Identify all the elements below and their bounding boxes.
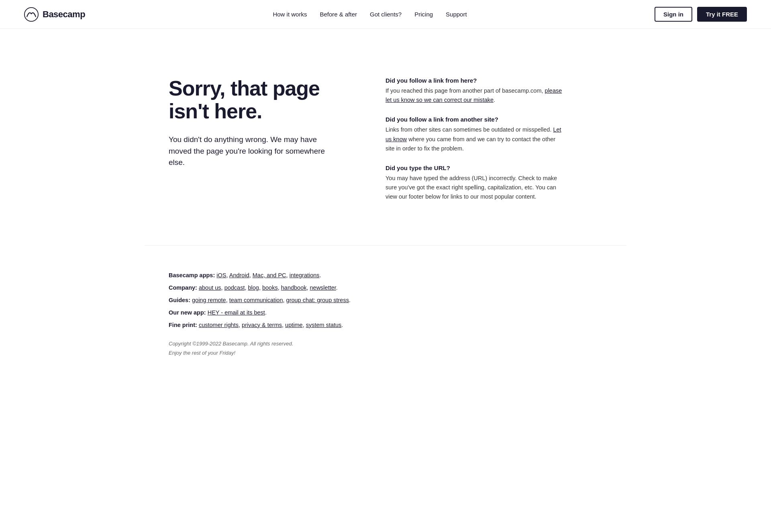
nav-how-it-works[interactable]: How it works: [273, 11, 307, 18]
faq-question-1: Did you follow a link from here?: [386, 77, 562, 84]
main-nav: How it works Before & after Got clients?…: [273, 11, 467, 18]
copyright-line: Copyright ©1999-2022 Basecamp. All right…: [169, 339, 602, 348]
footer-link-android[interactable]: Android: [229, 272, 249, 278]
footer-link-books[interactable]: books: [262, 284, 278, 291]
footer-link-uptime[interactable]: uptime: [285, 322, 303, 328]
signin-button[interactable]: Sign in: [655, 7, 692, 22]
footer-link-podcast[interactable]: podcast: [224, 284, 245, 291]
try-free-button[interactable]: Try it FREE: [697, 7, 747, 22]
faq-answer-2-after: where you came from and we can try to co…: [386, 136, 555, 152]
footer-copyright: Copyright ©1999-2022 Basecamp. All right…: [169, 339, 602, 358]
footer-link-blog[interactable]: blog: [248, 284, 259, 291]
footer-link-integrations[interactable]: integrations: [290, 272, 320, 278]
footer-link-newsletter[interactable]: newsletter: [310, 284, 336, 291]
footer-company-row: Company: about us, podcast, blog, books,…: [169, 282, 602, 294]
logo[interactable]: Basecamp: [24, 7, 85, 22]
footer-guides-row: Guides: going remote, team communication…: [169, 294, 602, 306]
nav-pricing[interactable]: Pricing: [414, 11, 433, 18]
footer-link-handbook[interactable]: handbook: [281, 284, 307, 291]
footer-guides-label: Guides:: [169, 297, 190, 303]
footer-link-customer-rights[interactable]: customer rights: [199, 322, 239, 328]
faq-question-3: Did you type the URL?: [386, 164, 562, 171]
faq-answer-2-before: Links from other sites can sometimes be …: [386, 126, 553, 133]
faq-item-3: Did you type the URL? You may have typed…: [386, 164, 562, 202]
footer-apps-row: Basecamp apps: iOS, Android, Mac, and PC…: [169, 270, 602, 281]
footer-fineprint-label: Fine print:: [169, 322, 197, 328]
footer-fineprint-row: Fine print: customer rights, privacy & t…: [169, 319, 602, 331]
footer-link-team-communication[interactable]: team communication: [229, 297, 283, 303]
footer-link-group-chat[interactable]: group chat: group stress: [286, 297, 349, 303]
footer-company-label: Company:: [169, 284, 197, 291]
faq-answer-1-after: .: [494, 97, 495, 103]
faq-answer-1: If you reached this page from another pa…: [386, 86, 562, 105]
footer-link-mac-pc[interactable]: Mac, and PC: [253, 272, 286, 278]
logo-text: Basecamp: [43, 9, 85, 20]
faq-answer-3: You may have typed the address (URL) inc…: [386, 174, 562, 202]
footer-links: Basecamp apps: iOS, Android, Mac, and PC…: [169, 270, 602, 331]
faq-answer-1-before: If you reached this page from another pa…: [386, 87, 545, 94]
error-right-section: Did you follow a link from here? If you …: [386, 77, 562, 213]
nav-got-clients[interactable]: Got clients?: [370, 11, 402, 18]
faq-item-2: Did you follow a link from another site?…: [386, 116, 562, 153]
footer-newapp-label: Our new app:: [169, 309, 206, 316]
error-description: You didn't do anything wrong. We may hav…: [169, 134, 337, 169]
footer-link-about-us[interactable]: about us: [199, 284, 221, 291]
main-content: Sorry, that page isn't here. You didn't …: [145, 29, 626, 245]
error-left-section: Sorry, that page isn't here. You didn't …: [169, 77, 337, 169]
footer-link-privacy-terms[interactable]: privacy & terms: [242, 322, 282, 328]
basecamp-logo-icon: [24, 7, 39, 22]
nav-before-after[interactable]: Before & after: [320, 11, 357, 18]
footer-link-hey[interactable]: HEY - email at its best: [208, 309, 265, 316]
footer-link-system-status[interactable]: system status: [306, 322, 342, 328]
nav-support[interactable]: Support: [446, 11, 467, 18]
faq-answer-2: Links from other sites can sometimes be …: [386, 125, 562, 153]
footer-link-going-remote[interactable]: going remote: [192, 297, 226, 303]
nav-actions: Sign in Try it FREE: [655, 7, 747, 22]
footer-apps-label: Basecamp apps:: [169, 272, 215, 278]
footer-newapp-row: Our new app: HEY - email at its best.: [169, 307, 602, 319]
enjoy-line: Enjoy the rest of your Friday!: [169, 348, 602, 357]
footer: Basecamp apps: iOS, Android, Mac, and PC…: [145, 245, 626, 382]
faq-question-2: Did you follow a link from another site?: [386, 116, 562, 123]
footer-link-ios[interactable]: iOS: [216, 272, 226, 278]
error-heading: Sorry, that page isn't here.: [169, 77, 337, 123]
faq-item-1: Did you follow a link from here? If you …: [386, 77, 562, 105]
